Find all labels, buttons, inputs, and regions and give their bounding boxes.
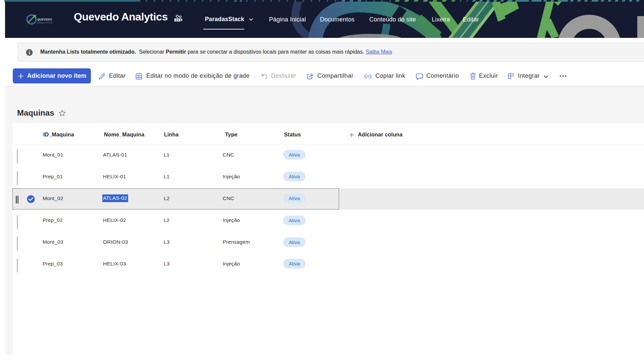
svg-text:ANALYTICS: ANALYTICS xyxy=(37,21,53,24)
svg-text:QUEVEDO: QUEVEDO xyxy=(37,18,52,21)
